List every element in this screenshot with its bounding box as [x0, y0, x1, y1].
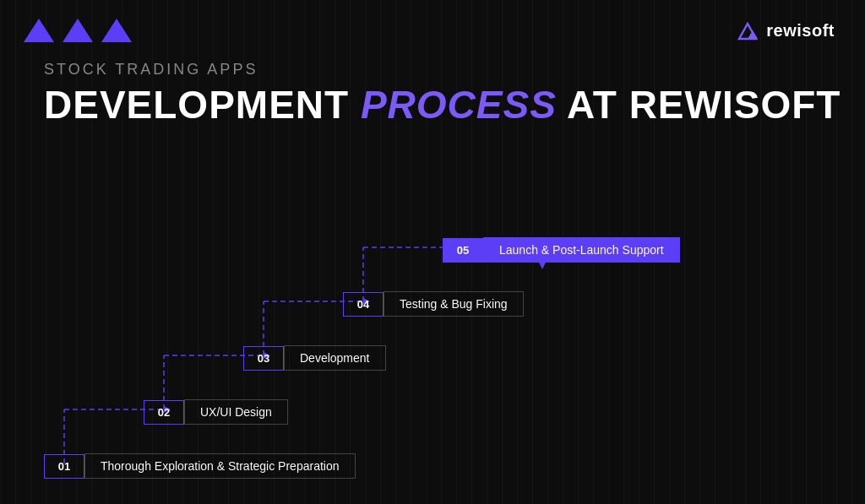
title-part1: Development	[44, 83, 361, 127]
title-part2: at Rewisoft	[557, 83, 841, 127]
triangle-2	[63, 19, 93, 42]
triangle-1	[24, 19, 54, 42]
step-05-label: Launch & Post-Launch Support	[483, 237, 680, 263]
title-italic: Process	[361, 83, 557, 127]
step-05-number: 05	[443, 238, 483, 263]
logo-icon	[736, 19, 759, 42]
step-04-row: 04 Testing & Bug Fixing	[343, 291, 524, 317]
decorative-triangles	[24, 19, 132, 42]
svg-marker-1	[748, 30, 758, 39]
step-03-number: 03	[243, 346, 284, 371]
triangle-3	[101, 19, 132, 42]
step-02-label: UX/UI Design	[184, 399, 288, 425]
step-04-label: Testing & Bug Fixing	[384, 291, 524, 317]
page-container: rewisoft Stock Trading Apps Development …	[0, 0, 865, 504]
step-02-row: 02 UX/UI Design	[144, 399, 288, 425]
connector-lines	[44, 203, 835, 479]
step-03-label: Development	[284, 345, 386, 371]
step-03-row: 03 Development	[243, 345, 386, 371]
logo: rewisoft	[736, 19, 835, 42]
arrow-top	[539, 263, 546, 269]
page-subtitle: Stock Trading Apps	[44, 61, 258, 79]
step-02-number: 02	[144, 400, 184, 425]
step-04-number: 04	[343, 292, 384, 317]
step-01-label: Thorough Exploration & Strategic Prepara…	[84, 453, 356, 479]
step-01-row: 01 Thorough Exploration & Strategic Prep…	[44, 453, 356, 479]
step-05-row: 05 Launch & Post-Launch Support	[443, 237, 680, 263]
steps-diagram: 01 Thorough Exploration & Strategic Prep…	[44, 203, 835, 479]
page-title: Development Process at Rewisoft	[44, 83, 841, 127]
step-01-number: 01	[44, 454, 84, 479]
logo-text: rewisoft	[766, 21, 835, 41]
